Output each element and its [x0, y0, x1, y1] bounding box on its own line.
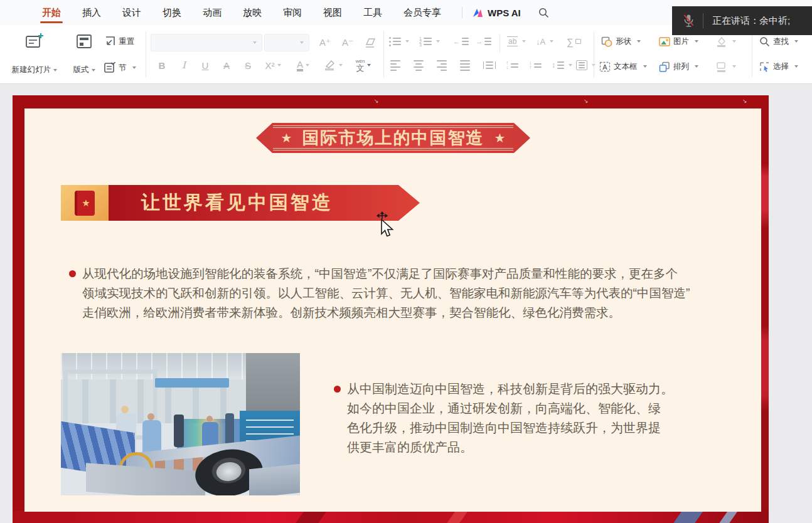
find-label: 查找: [773, 36, 789, 47]
search-icon[interactable]: [538, 8, 549, 18]
textbox-icon: A: [599, 61, 611, 72]
body-textbox-1[interactable]: 从现代化的场地设施到智能化的装备系统，“中国智造”不仅满足了国际赛事对产品质量和…: [69, 264, 690, 322]
tab-tools[interactable]: 工具: [353, 0, 393, 25]
chevron-down-icon: [794, 40, 798, 43]
space-after-button[interactable]: ↓↑: [529, 56, 542, 74]
bullet-icon: [69, 270, 76, 277]
chevron-down-icon: [794, 65, 798, 68]
find-button[interactable]: 查找: [759, 33, 798, 50]
outline-color-icon: [715, 61, 727, 72]
find-icon: [759, 36, 770, 47]
slide-page[interactable]: ★ 国际市场上的中国智造 ★ ★ 让世界看见中国智造 从现代化的场地设施到智能化…: [24, 108, 761, 512]
shape-outline-button[interactable]: [715, 58, 736, 75]
picture-icon: [659, 36, 670, 47]
chevron-down-icon: [695, 40, 698, 43]
microphone-muted-icon: [682, 13, 695, 28]
select-button[interactable]: 选择: [759, 58, 798, 75]
voice-call-banner[interactable]: 正在讲话：余中祈;: [672, 6, 812, 35]
superscript-button[interactable]: X²: [259, 56, 287, 74]
slide-red-frame: ★ 国际市场上的中国智造 ★ ★ 让世界看见中国智造 从现代化的场地设施到智能化…: [13, 95, 769, 523]
tab-view[interactable]: 视图: [313, 0, 353, 25]
decrease-font-button[interactable]: A⁻: [338, 34, 358, 51]
chevron-down-icon: [569, 64, 572, 66]
highlight-color-button[interactable]: [319, 56, 347, 74]
paragraph-dialog-launcher-icon[interactable]: ↘: [584, 98, 589, 104]
chevron-down-icon: [405, 40, 409, 43]
phonetic-guide-button[interactable]: wén 文: [349, 56, 378, 74]
body-textbox-2[interactable]: 从中国制造迈向中国智造，科技创新是背后的强大驱动力。 如今的中国企业，通过研发创…: [334, 379, 673, 457]
section-label: 节: [119, 63, 127, 73]
justify-button[interactable]: [460, 56, 470, 74]
numbered-list-button[interactable]: 123: [419, 33, 440, 50]
shape-fill-button[interactable]: [715, 33, 736, 50]
toolbar-divider: [594, 31, 594, 77]
photo-person-head: [147, 413, 154, 420]
photo-person: [225, 413, 234, 445]
layout-button[interactable]: 版式: [67, 30, 102, 79]
italic-button[interactable]: I: [175, 56, 193, 74]
increase-font-button[interactable]: A⁺: [315, 34, 335, 51]
paragraph-line: 领域实现技术的飞跃和创新的引领。以人工智能、云计算、无人机、智能家电和新能源汽车…: [82, 283, 690, 303]
picture-button[interactable]: 图片: [659, 33, 698, 50]
arrange-button[interactable]: 排列: [659, 58, 698, 75]
line-spacing-button[interactable]: ↕: [552, 56, 572, 74]
text-valign-button[interactable]: [576, 56, 596, 74]
chevron-down-icon: [695, 65, 698, 68]
font-size-select[interactable]: [264, 34, 309, 51]
wps-ai-button[interactable]: WPS AI: [473, 8, 521, 18]
clear-format-button[interactable]: [361, 34, 380, 51]
chevron-down-icon: [637, 40, 641, 43]
distribute-text-button[interactable]: [483, 56, 496, 74]
frame-streak: [296, 511, 326, 523]
increase-indent-button[interactable]: →: [476, 33, 491, 50]
shapes-button[interactable]: 形状: [601, 33, 641, 50]
tab-review[interactable]: 审阅: [272, 0, 313, 25]
subtitle-gold-badge[interactable]: ★: [61, 185, 109, 221]
bold-button[interactable]: B: [153, 56, 171, 74]
slide-title-banner[interactable]: ★ 国际市场上的中国智造 ★: [256, 123, 530, 153]
font-color-label: A: [297, 60, 303, 71]
char-spacing-button[interactable]: A: [218, 56, 235, 74]
tab-animation[interactable]: 动画: [192, 0, 232, 25]
merge-shapes-button[interactable]: ∑: [567, 33, 581, 50]
tab-design[interactable]: 设计: [112, 0, 152, 25]
book-star-icon: ★: [75, 191, 95, 216]
bullet-list-button[interactable]: [389, 33, 409, 50]
decrease-indent-button[interactable]: ←: [453, 33, 469, 50]
strikethrough-button[interactable]: S: [239, 56, 257, 74]
chevron-down-icon: [53, 69, 57, 71]
space-before-button[interactable]: ↑↓: [506, 56, 518, 74]
slide-canvas[interactable]: ★ 国际市场上的中国智造 ★ ★ 让世界看见中国智造 从现代化的场地设施到智能化…: [0, 84, 812, 523]
paragraph-line: 如今的中国企业，通过研发创新，向高端化、智能化、绿: [347, 399, 673, 418]
chevron-down-icon: [522, 40, 526, 43]
align-center-button[interactable]: [414, 56, 424, 74]
phonetic-label: 文: [356, 64, 365, 72]
tab-slideshow[interactable]: 放映: [232, 0, 272, 25]
tab-insert[interactable]: 插入: [72, 0, 112, 25]
layout-label: 版式: [73, 65, 89, 75]
arrange-icon: [659, 61, 670, 72]
slide-subtitle: 让世界看见中国智造: [141, 190, 387, 216]
char-border-button[interactable]: ab: [507, 33, 526, 50]
tab-transition[interactable]: 切换: [152, 0, 192, 25]
underline-button[interactable]: U: [196, 56, 214, 74]
new-slide-button[interactable]: 新建幻灯片: [4, 30, 65, 79]
text-direction-button[interactable]: ↓A: [536, 33, 553, 50]
chevron-down-icon: [253, 41, 257, 44]
exhibition-photo[interactable]: [61, 353, 300, 495]
section-button[interactable]: 节: [104, 59, 136, 77]
photo-hanging-sign: [155, 378, 229, 388]
new-slide-icon: [25, 33, 44, 50]
font-dialog-launcher-icon[interactable]: ↘: [374, 98, 379, 104]
align-right-button[interactable]: [437, 56, 447, 74]
tab-member[interactable]: 会员专享: [393, 0, 452, 25]
reset-button[interactable]: 重置: [104, 33, 134, 50]
textbox-button[interactable]: A 文本框: [599, 58, 647, 75]
align-left-button[interactable]: [390, 56, 400, 74]
insert-dialog-launcher-icon[interactable]: ↘: [742, 98, 747, 104]
bullet-icon: [334, 386, 341, 393]
font-color-button[interactable]: A: [289, 56, 317, 74]
menu-divider: [462, 7, 462, 18]
tab-home[interactable]: 开始: [31, 0, 72, 25]
font-name-select[interactable]: [151, 34, 262, 51]
